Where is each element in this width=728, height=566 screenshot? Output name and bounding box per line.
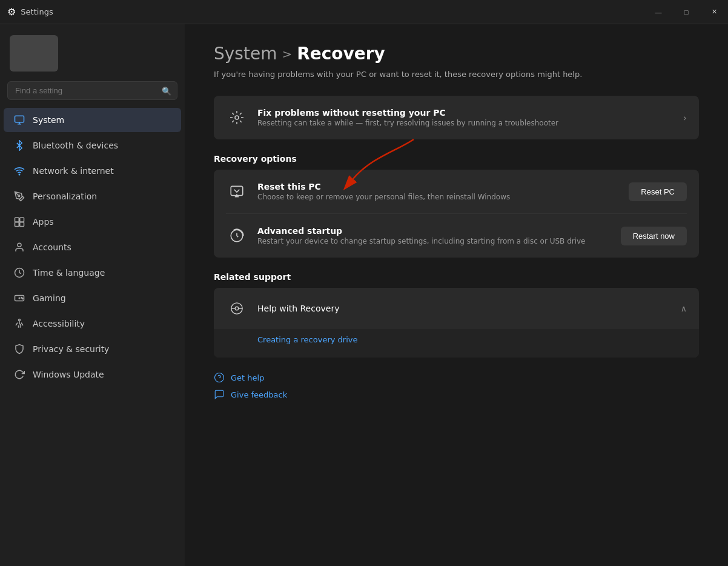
reset-title: Reset this PC [257,182,619,191]
svg-rect-5 [15,218,19,222]
sidebar-item-label: Network & internet [33,166,114,176]
user-avatar [10,35,58,72]
recovery-options-area: Reset this PC Choose to keep or remove y… [214,170,699,258]
reset-pc-card: Reset this PC Choose to keep or remove y… [214,170,699,258]
svg-rect-7 [15,222,19,227]
personalization-icon [13,190,25,202]
fix-desc: Resetting can take a while — first, try … [257,119,673,127]
windows-update-icon [13,368,25,381]
reset-icon [226,181,248,202]
sidebar-item-system[interactable]: System [4,108,181,132]
svg-rect-6 [20,218,24,222]
reset-desc: Choose to keep or remove your personal f… [257,193,619,201]
search-icon: 🔍 [162,86,171,95]
expand-icon: ∧ [681,304,687,313]
sidebar-item-label: Privacy & security [33,344,109,354]
restart-now-button[interactable]: Restart now [621,227,687,245]
footer-links: Get help Give feedback [214,372,699,400]
search-input[interactable] [7,81,177,100]
privacy-icon [13,343,25,355]
svg-point-15 [22,298,24,299]
breadcrumb: System > Recovery [214,44,699,64]
sidebar-item-label: Time & language [33,268,105,278]
svg-rect-0 [15,116,24,122]
accounts-icon [13,241,25,253]
sidebar-item-time[interactable]: Time & language [4,261,181,285]
page-subtitle: If you're having problems with your PC o… [214,70,699,79]
sidebar-item-label: Apps [33,217,54,227]
related-support-label: Related support [214,272,699,282]
get-help-link[interactable]: Get help [214,372,699,383]
titlebar-title: Settings [21,7,53,16]
fix-icon [226,107,248,128]
network-icon [13,165,25,177]
help-title: Help with Recovery [257,304,339,313]
give-feedback-link[interactable]: Give feedback [214,389,699,400]
fix-text: Fix problems without resetting your PC R… [257,108,673,127]
minimize-button[interactable]: — [644,0,672,24]
help-recovery-card: Help with Recovery ∧ Creating a recovery… [214,288,699,358]
titlebar: ⚙️ Settings — □ ✕ [0,0,728,24]
sidebar-item-bluetooth[interactable]: Bluetooth & devices [4,133,181,158]
svg-point-25 [215,373,224,382]
time-icon [13,267,25,279]
sidebar-item-label: Gaming [33,293,66,303]
maximize-button[interactable]: □ [672,0,700,24]
recovery-options-label: Recovery options [214,154,699,164]
bluetooth-icon [13,139,25,151]
fix-problems-card[interactable]: Fix problems without resetting your PC R… [214,96,699,139]
advanced-title: Advanced startup [257,226,611,236]
breadcrumb-arrow: > [282,47,292,61]
svg-point-16 [19,319,21,321]
reset-pc-button[interactable]: Reset PC [629,182,687,201]
breadcrumb-parent: System [214,44,277,64]
help-icon [226,298,248,319]
close-button[interactable]: ✕ [700,0,728,24]
advanced-text: Advanced startup Restart your device to … [257,226,611,245]
svg-point-4 [18,195,20,197]
titlebar-controls: — □ ✕ [644,0,728,24]
system-icon [13,114,25,126]
give-feedback-text: Give feedback [231,390,287,399]
accessibility-icon [13,318,25,330]
svg-point-3 [19,174,20,175]
fix-chevron-icon: › [683,112,687,124]
sidebar-item-label: Windows Update [33,370,104,379]
main-content: System > Recovery If you're having probl… [185,24,728,566]
svg-point-17 [235,116,239,119]
reset-pc-row: Reset this PC Choose to keep or remove y… [214,170,699,213]
svg-point-9 [18,243,21,247]
recovery-drive-link[interactable]: Creating a recovery drive [257,331,687,348]
fix-title: Fix problems without resetting your PC [257,108,673,118]
search-box: 🔍 [7,81,177,100]
sidebar-item-privacy[interactable]: Privacy & security [4,337,181,361]
titlebar-left: ⚙️ Settings [7,6,53,18]
get-help-text: Get help [231,373,264,382]
advanced-startup-icon [226,225,248,247]
sidebar-item-label: Accessibility [33,319,85,328]
sidebar-item-accessibility[interactable]: Accessibility [4,311,181,336]
fix-problems-row[interactable]: Fix problems without resetting your PC R… [214,96,699,139]
sidebar-item-accounts[interactable]: Accounts [4,235,181,259]
sidebar-item-label: Accounts [33,242,71,252]
svg-rect-19 [231,186,243,195]
apps-icon [13,216,25,228]
sidebar-item-label: Bluetooth & devices [33,141,118,150]
sidebar-item-apps[interactable]: Apps [4,210,181,234]
breadcrumb-current: Recovery [297,44,385,64]
sidebar-item-windows-update[interactable]: Windows Update [4,362,181,387]
gaming-icon [13,292,25,304]
help-body: Creating a recovery drive [214,329,699,358]
sidebar-item-label: System [33,115,64,125]
help-recovery-header[interactable]: Help with Recovery ∧ [214,288,699,329]
sidebar: 🔍 System Bluetooth & devices Network & i… [0,24,185,566]
reset-text: Reset this PC Choose to keep or remove y… [257,182,619,201]
sidebar-item-label: Personalization [33,191,97,201]
sidebar-item-network[interactable]: Network & internet [4,159,181,183]
advanced-desc: Restart your device to change startup se… [257,237,611,245]
sidebar-item-personalization[interactable]: Personalization [4,184,181,208]
app-body: 🔍 System Bluetooth & devices Network & i… [0,24,728,566]
advanced-startup-row: Advanced startup Restart your device to … [214,214,699,258]
sidebar-item-gaming[interactable]: Gaming [4,286,181,310]
svg-point-22 [235,307,239,310]
